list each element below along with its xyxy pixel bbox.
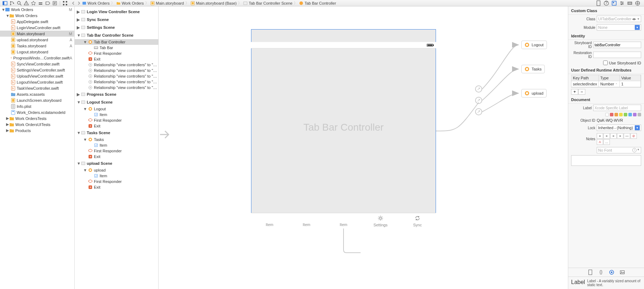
project-group[interactable]: ▶Products xyxy=(0,127,74,133)
nav-source-control-icon[interactable] xyxy=(9,1,15,6)
disclosure-triangle-icon[interactable]: ▶ xyxy=(77,17,80,22)
file-row[interactable]: SyncViewController.swift xyxy=(0,61,74,67)
breadcrumb-5[interactable]: Tab Bar Controller xyxy=(299,1,336,5)
doc-label-input[interactable] xyxy=(593,105,641,111)
nav-issues-icon[interactable] xyxy=(23,1,29,6)
file-row[interactable]: Info.plist xyxy=(0,103,74,109)
outline-first[interactable]: First Responder xyxy=(75,51,158,56)
forward-button[interactable] xyxy=(76,1,81,6)
outline-item[interactable]: Item xyxy=(75,142,158,148)
file-template-lib-icon[interactable] xyxy=(587,269,593,275)
disclosure-triangle-icon[interactable]: ▼ xyxy=(6,14,9,18)
outline-exit[interactable]: Exit xyxy=(75,56,158,62)
color-swatch[interactable] xyxy=(638,113,641,116)
disclosure-triangle-icon[interactable]: ▶ xyxy=(6,122,9,127)
tab-bar-item[interactable]: Item xyxy=(288,213,325,228)
clear-style-icon[interactable]: ⊘ xyxy=(630,133,637,139)
outline-rel[interactable]: Relationship "view controllers" to "… xyxy=(75,62,158,68)
disclosure-triangle-icon[interactable]: ▼ xyxy=(83,40,87,44)
restoration-id-input[interactable] xyxy=(593,52,641,58)
file-row[interactable]: UploadViewController.swift xyxy=(0,73,74,79)
storyboard-id-input[interactable] xyxy=(593,42,641,48)
more-icon[interactable]: … xyxy=(603,139,610,145)
disclosure-triangle-icon[interactable]: ▶ xyxy=(77,92,80,97)
font-panel-icon[interactable]: A xyxy=(597,139,603,145)
disclosure-triangle-icon[interactable]: ▶ xyxy=(77,10,80,14)
nav-report-icon[interactable] xyxy=(52,1,58,6)
module-combo[interactable]: None▼ xyxy=(597,24,641,31)
tab-bar-item[interactable]: Item xyxy=(251,213,288,228)
disclosure-triangle-icon[interactable]: ▼ xyxy=(1,7,5,12)
disclosure-triangle-icon[interactable]: ▼ xyxy=(83,168,87,172)
tab-bar[interactable]: ItemItemItemSettingsSync xyxy=(251,213,436,228)
destination-scene-chip[interactable]: Tasks xyxy=(521,65,545,73)
color-none-icon[interactable] xyxy=(605,113,609,116)
cell-key[interactable]: selectedIndex xyxy=(571,81,599,87)
destination-scene-chip[interactable]: upload xyxy=(521,89,547,98)
align-center-icon[interactable]: ≡ xyxy=(603,133,610,139)
lock-combo[interactable]: Inherited - (Nothing)▼ xyxy=(597,125,641,131)
align-left-icon[interactable]: ≡ xyxy=(597,133,603,139)
breadcrumb-2[interactable]: Main.storyboard xyxy=(150,1,184,5)
cell-value[interactable]: 1 xyxy=(620,81,641,87)
class-combo[interactable]: UITabBarController◀▶▼ xyxy=(597,16,641,22)
project-group[interactable]: ▶Work OrdersUITests xyxy=(0,121,74,127)
nav-find-icon[interactable] xyxy=(16,1,22,6)
identity-inspector-icon[interactable] xyxy=(611,1,617,6)
file-row[interactable]: SettingsViewController.swift xyxy=(0,67,74,73)
tab-bar-item[interactable]: Sync xyxy=(399,213,436,228)
project-root[interactable]: ▼ Work Orders M xyxy=(0,6,74,12)
scene-header[interactable]: ▼upload Scene xyxy=(75,159,158,167)
project-group[interactable]: ▶Work OrdersTests xyxy=(0,115,74,121)
outline-first[interactable]: First Responder xyxy=(75,148,158,154)
attributes-inspector-icon[interactable] xyxy=(619,1,625,6)
outline-vc[interactable]: ▼upload xyxy=(75,167,158,173)
outline-vc[interactable]: ▼Tab Bar Controller xyxy=(75,39,158,45)
outline-exit[interactable]: Exit xyxy=(75,123,158,129)
scene-header[interactable]: ▼Tasks Scene xyxy=(75,129,158,137)
tab-bar-item[interactable]: Settings xyxy=(362,213,399,228)
use-storyboard-id-checkbox[interactable] xyxy=(603,61,608,65)
project-navigator[interactable]: ▼ Work Orders M ▼ Work Orders AppDelegat… xyxy=(0,6,75,289)
outline-rel[interactable]: Relationship "view controllers" to "… xyxy=(75,79,158,85)
file-row[interactable]: Logout.storyboard xyxy=(0,49,74,55)
remove-attr-button[interactable]: − xyxy=(578,89,585,95)
disclosure-triangle-icon[interactable]: ▶ xyxy=(77,25,80,30)
nav-debug-icon[interactable] xyxy=(38,1,43,6)
nav-tests-icon[interactable] xyxy=(31,1,36,6)
outline-rel[interactable]: Relationship "view controllers" to "… xyxy=(75,68,158,73)
back-button[interactable] xyxy=(71,1,76,6)
add-attr-button[interactable]: + xyxy=(571,89,578,95)
connections-inspector-icon[interactable] xyxy=(635,1,640,6)
code-snippet-lib-icon[interactable]: {} xyxy=(598,269,604,275)
scene-header[interactable]: ▼Logout Scene xyxy=(75,98,158,106)
outline-first[interactable]: First Responder xyxy=(75,117,158,123)
breadcrumb-4[interactable]: Tab Bar Controller Scene xyxy=(243,1,292,5)
outline-vc[interactable]: ▼Logout xyxy=(75,106,158,112)
disclosure-triangle-icon[interactable]: ▼ xyxy=(77,33,80,37)
segue-connector-icon[interactable] xyxy=(475,97,482,104)
segue-connector-icon[interactable] xyxy=(475,85,482,93)
file-row[interactable]: LaunchScreen.storyboard xyxy=(0,97,74,103)
breadcrumb-1[interactable]: Work Orders xyxy=(116,1,144,5)
document-outline[interactable]: ▶Login View Controller Scene▶Sync Scene▶… xyxy=(75,6,159,289)
file-row[interactable]: AppDelegate.swift xyxy=(0,19,74,25)
align-justify-icon[interactable]: ≡ xyxy=(617,133,623,139)
align-right-icon[interactable]: ≡ xyxy=(610,133,617,139)
file-row[interactable]: Main.storyboardM xyxy=(0,31,74,37)
disclosure-triangle-icon[interactable]: ▼ xyxy=(77,161,80,165)
color-swatch[interactable] xyxy=(633,113,637,116)
size-inspector-icon[interactable] xyxy=(627,1,633,6)
hr-icon[interactable]: — xyxy=(624,133,630,139)
outline-tabbar[interactable]: Tab Bar xyxy=(75,45,158,51)
color-swatch[interactable] xyxy=(624,113,627,116)
runtime-attrs-table[interactable]: Key Path Type Value selectedIndex Number… xyxy=(571,75,641,88)
notes-textarea[interactable] xyxy=(571,155,641,166)
scene-header[interactable]: ▶Login View Controller Scene xyxy=(75,8,158,16)
file-row[interactable]: Work_Orders.xcdatamodeld xyxy=(0,109,74,115)
scene-header[interactable]: ▶Sync Scene xyxy=(75,16,158,23)
destination-scene-chip[interactable]: Logout xyxy=(521,41,547,49)
nav-breakpoints-icon[interactable] xyxy=(45,1,50,6)
outline-rel[interactable]: Relationship "view controllers" to "… xyxy=(75,85,158,90)
media-lib-icon[interactable] xyxy=(619,269,625,275)
